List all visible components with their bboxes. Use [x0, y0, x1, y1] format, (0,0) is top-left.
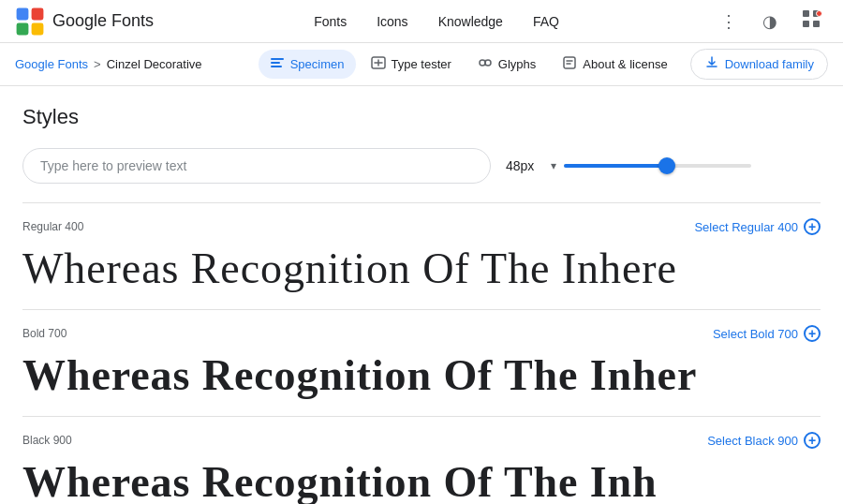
svg-rect-0	[17, 7, 29, 20]
tab-glyphs-label: Glyphs	[498, 57, 536, 71]
svg-rect-7	[813, 21, 820, 27]
nav-actions: ⋮ ◑	[712, 5, 828, 38]
more-dots-icon: ⋮	[720, 11, 737, 32]
font-row-header-regular: Regular 400 Select Regular 400 +	[22, 218, 821, 235]
more-options-button[interactable]: ⋮	[712, 5, 746, 38]
styles-title: Styles	[22, 105, 821, 129]
download-icon	[704, 55, 719, 73]
breadcrumb-separator: >	[94, 57, 101, 71]
slider-thumb[interactable]	[658, 157, 675, 174]
size-dropdown-icon[interactable]: ▾	[551, 159, 556, 172]
preview-text-input[interactable]	[22, 148, 491, 184]
font-row-header-bold: Bold 700 Select Bold 700 +	[22, 325, 821, 342]
tab-about-label: About & license	[583, 57, 667, 71]
size-slider-track[interactable]	[564, 164, 751, 168]
nav-link-fonts[interactable]: Fonts	[314, 10, 347, 33]
tab-specimen-label: Specimen	[290, 57, 345, 71]
logo-area: Google Fonts	[15, 7, 154, 37]
type-tester-icon	[371, 55, 386, 73]
theme-icon: ◑	[762, 11, 777, 32]
download-label: Download family	[725, 57, 814, 71]
breadcrumb-bar: Google Fonts > Cinzel Decorative Specime…	[0, 43, 843, 86]
font-row-black: Black 900 Select Black 900 + Whereas Rec…	[22, 417, 821, 504]
notification-dot	[816, 10, 822, 17]
svg-rect-2	[17, 22, 29, 35]
specimen-icon	[270, 55, 285, 73]
select-bold-label: Select Bold 700	[713, 327, 798, 341]
nav-links: Fonts Icons Knowledge FAQ	[191, 10, 682, 33]
nav-link-faq[interactable]: FAQ	[533, 10, 559, 33]
select-regular-button[interactable]: Select Regular 400 +	[694, 218, 821, 235]
breadcrumb-root[interactable]: Google Fonts	[15, 57, 88, 71]
slider-fill	[564, 164, 667, 168]
font-preview-regular: Whereas Recognition Of The Inhere	[22, 243, 697, 294]
tab-about[interactable]: About & license	[551, 50, 678, 79]
nav-link-icons[interactable]: Icons	[377, 10, 407, 33]
svg-rect-3	[32, 22, 44, 35]
svg-rect-10	[271, 66, 282, 67]
select-black-label: Select Black 900	[707, 434, 798, 448]
svg-point-12	[480, 60, 485, 66]
about-icon	[562, 55, 577, 73]
select-regular-label: Select Regular 400	[694, 220, 798, 234]
nav-link-knowledge[interactable]: Knowledge	[438, 10, 503, 33]
svg-rect-8	[271, 58, 284, 60]
weight-label-bold: Bold 700	[22, 327, 67, 340]
svg-rect-4	[803, 10, 809, 17]
main-content: Styles 48px ▾ Regular 400 Select Regular…	[0, 86, 843, 504]
font-row-regular: Regular 400 Select Regular 400 + Whereas…	[22, 203, 821, 310]
svg-rect-14	[564, 57, 575, 68]
breadcrumb-current: Cinzel Decorative	[107, 57, 202, 71]
svg-rect-6	[803, 21, 809, 27]
weight-label-black: Black 900	[22, 434, 72, 447]
select-black-button[interactable]: Select Black 900 +	[707, 432, 821, 449]
font-preview-black: Whereas Recognition Of The Inh	[22, 456, 697, 504]
svg-rect-9	[271, 62, 280, 64]
apps-button[interactable]	[794, 5, 828, 38]
top-nav: Google Fonts Fonts Icons Knowledge FAQ ⋮…	[0, 0, 843, 43]
font-styles-list: Regular 400 Select Regular 400 + Whereas…	[22, 202, 821, 504]
weight-label-regular: Regular 400	[22, 220, 83, 233]
size-control: 48px ▾	[506, 158, 751, 173]
select-black-icon: +	[804, 432, 821, 449]
tab-type-tester[interactable]: Type tester	[360, 50, 463, 79]
select-bold-button[interactable]: Select Bold 700 +	[713, 325, 821, 342]
download-family-button[interactable]: Download family	[690, 49, 828, 80]
google-logo-icon	[15, 7, 45, 37]
tab-type-tester-label: Type tester	[392, 57, 451, 71]
select-regular-icon: +	[804, 218, 821, 235]
font-row-bold: Bold 700 Select Bold 700 + Whereas Recog…	[22, 310, 821, 417]
tab-specimen[interactable]: Specimen	[259, 50, 356, 79]
theme-toggle-button[interactable]: ◑	[753, 5, 787, 38]
font-preview-bold: Whereas Recognition Of The Inher	[22, 349, 697, 401]
svg-point-13	[485, 60, 491, 66]
glyphs-icon	[478, 55, 493, 73]
font-row-header-black: Black 900 Select Black 900 +	[22, 432, 821, 449]
svg-rect-1	[32, 7, 44, 20]
select-bold-icon: +	[804, 325, 821, 342]
tab-bar: Specimen Type tester Glyphs	[259, 49, 828, 80]
preview-controls: 48px ▾	[22, 148, 821, 184]
size-value: 48px	[506, 158, 543, 173]
tab-glyphs[interactable]: Glyphs	[466, 50, 547, 79]
logo-text: Google Fonts	[52, 11, 154, 31]
